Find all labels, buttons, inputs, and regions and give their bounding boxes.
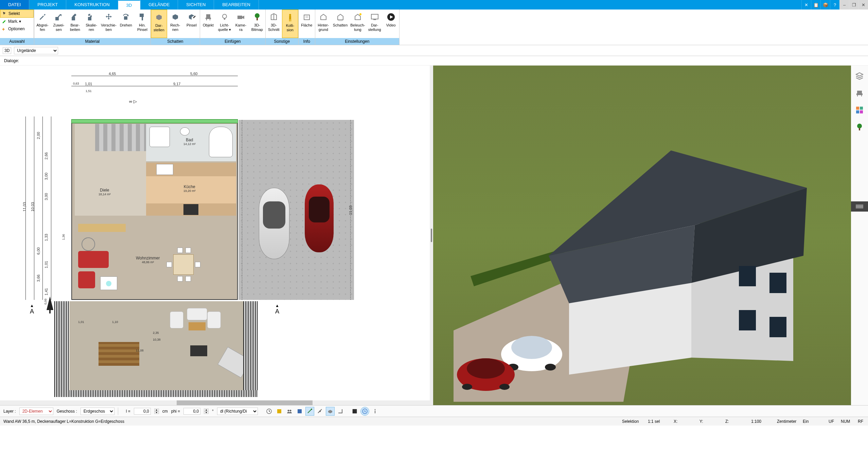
svg-point-38	[462, 384, 472, 390]
tab-3d[interactable]: 3D	[118, 0, 141, 10]
scene-3d-svg	[433, 66, 851, 405]
close-button[interactable]: ✕	[858, 0, 868, 10]
geschoss-dropdown[interactable]: Erdgeschos	[81, 408, 114, 415]
floorplan: 4,65 5,60 1,01 9,17 1,51 0,63 ∞ ▷ 2,00 2…	[14, 66, 414, 398]
tab-sichten[interactable]: SICHTEN	[178, 0, 214, 10]
gdim-0: 1,01	[78, 320, 84, 324]
status-rf: RF	[858, 419, 865, 424]
optionen-tool[interactable]: + Optionen	[0, 25, 34, 33]
btn-rechnen[interactable]: Rech- nen	[167, 10, 183, 38]
rug	[82, 237, 95, 251]
title-icon-1[interactable]: ✕	[801, 0, 811, 10]
ribbon-group-material: Abgrei- fen Zuwei- sen Bear- beiten Skal…	[34, 10, 151, 45]
btn-flaeche[interactable]: Fläche	[299, 10, 315, 38]
phi-spinner[interactable]: ▲▼	[204, 409, 209, 414]
btn-darstellen[interactable]: Dar- stellen	[151, 10, 167, 38]
mark-tool[interactable]: Mark. ▾	[0, 18, 34, 25]
btn-bitmap[interactable]: 3D- Bitmap	[249, 10, 265, 38]
gdim-2: 2,35	[153, 331, 159, 335]
furniture-palette-icon[interactable]	[854, 88, 865, 98]
svg-rect-18	[371, 14, 378, 19]
btn-skalieren[interactable]: Skalie- ren	[83, 10, 100, 38]
tab-konstruktion[interactable]: KONSTRUKTION	[66, 0, 118, 10]
hedge-bottom	[54, 390, 258, 397]
layer-select[interactable]: Urgelände	[14, 47, 58, 54]
pencil-icon	[2, 19, 7, 24]
gdim-3: 10,38	[153, 338, 161, 341]
help-icon[interactable]: ?	[830, 0, 839, 10]
ribbon-group-sonstige: 3D- Schnitt Kolli- sion Sonstige	[266, 10, 299, 45]
coffee-table	[100, 276, 117, 290]
lbl-pinsel: Pinsel	[187, 23, 197, 28]
btn-kamera[interactable]: Kame- ra	[233, 10, 249, 38]
color-icon[interactable]	[295, 407, 304, 416]
btn-schnitt[interactable]: 3D- Schnitt	[266, 10, 282, 38]
btn-lichtquelle[interactable]: Licht- quelle ▾	[216, 10, 233, 38]
title-icon-3[interactable]: 📦	[820, 0, 830, 10]
grid-icon[interactable]	[350, 407, 359, 416]
view-mode-field[interactable]: 3D	[3, 47, 11, 54]
tab-gelaende[interactable]: GELÄNDE	[140, 0, 178, 10]
view-2d-canvas[interactable]: 4,65 5,60 1,01 9,17 1,51 0,63 ∞ ▷ 2,00 2…	[0, 66, 430, 405]
selekt-tool[interactable]: Selekt	[0, 10, 34, 18]
bottom-toolbar: Layer : 2D-Elemen Geschoss : Erdgeschos …	[0, 405, 868, 417]
btn-video[interactable]: Video	[383, 10, 399, 38]
layers-icon[interactable]	[854, 71, 865, 81]
lbl-bitmap: 3D- Bitmap	[251, 23, 263, 32]
l-input[interactable]	[134, 408, 151, 415]
tab-bearbeiten[interactable]: BEARBEITEN	[214, 0, 259, 10]
snap-dropdown[interactable]: dl (Richtung/Di	[217, 408, 258, 415]
plant-palette-icon[interactable]	[854, 122, 865, 132]
btn-bearbeiten[interactable]: Bear- beiten	[67, 10, 83, 38]
btn-hinpinsel[interactable]: Hin. Pinsel	[134, 10, 150, 38]
btn-abgreifen[interactable]: Abgrei- fen	[34, 10, 51, 38]
svg-point-51	[311, 409, 312, 410]
btn-pinsel[interactable]: Pinsel	[183, 10, 200, 38]
clock-icon[interactable]	[265, 407, 273, 416]
side-drawer-handle[interactable]	[851, 201, 868, 212]
status-message: Wand AW 36,5 m, Deckenauflager L=Konstru…	[3, 419, 124, 424]
l-spinner[interactable]: ▲▼	[154, 409, 159, 414]
btn-darstellung[interactable]: Dar- stellung	[367, 10, 383, 38]
dim-mid-1: 1,01	[85, 82, 92, 86]
material-palette-icon[interactable]	[854, 105, 865, 115]
snap-mid-icon[interactable]	[316, 407, 324, 416]
btn-beleuchtung[interactable]: Beleuch- tung	[349, 10, 366, 38]
group-icon[interactable]	[285, 407, 294, 416]
view-3d-canvas[interactable]	[433, 66, 851, 405]
layers-icon-2[interactable]	[275, 407, 284, 416]
ribbon-group-auswahl: Selekt Mark. ▾ + Optionen Auswahl	[0, 10, 34, 45]
btn-kollision[interactable]: Kolli- sion	[282, 10, 298, 38]
svg-rect-15	[304, 15, 309, 20]
north-icon[interactable]: N	[360, 407, 369, 416]
tab-datei[interactable]: DATEI	[0, 0, 29, 10]
btn-objekt[interactable]: Objekt	[200, 10, 216, 38]
phi-input[interactable]	[183, 408, 200, 415]
group-label-info: Info	[299, 38, 315, 45]
btn-zuweisen[interactable]: Zuwei- sen	[51, 10, 67, 38]
snap-perp-icon[interactable]	[336, 407, 345, 416]
sideboard	[78, 224, 126, 232]
maximize-button[interactable]: ❐	[849, 0, 858, 10]
view-splitter[interactable]	[430, 66, 433, 405]
btn-verschieben[interactable]: Verschie- ben	[100, 10, 118, 38]
btn-drehen[interactable]: Drehen	[118, 10, 134, 38]
title-icon-2[interactable]: 📋	[811, 0, 820, 10]
hscroll-thumb[interactable]	[177, 400, 313, 405]
btn-schatten2[interactable]: Schatten	[332, 10, 349, 38]
snap-face-icon[interactable]	[326, 407, 335, 416]
tree-icon	[252, 12, 263, 22]
hscrollbar-2d[interactable]	[0, 400, 430, 405]
tab-projekt[interactable]: PROJEKT	[29, 0, 66, 10]
layer-dropdown[interactable]: 2D-Elemen	[19, 408, 53, 415]
car-red	[305, 184, 334, 252]
selected-wall[interactable]	[71, 119, 238, 123]
info-icon[interactable]	[371, 407, 379, 416]
group-label-einfuegen: Einfügen	[200, 38, 265, 45]
btn-hintergrund[interactable]: Hinter- grund	[315, 10, 332, 38]
parking-area: 11,03	[238, 120, 354, 300]
minimize-button[interactable]: –	[839, 0, 849, 10]
snap-endpoint-icon[interactable]	[305, 407, 314, 416]
hedge-right	[243, 301, 258, 397]
svg-rect-28	[739, 266, 756, 286]
